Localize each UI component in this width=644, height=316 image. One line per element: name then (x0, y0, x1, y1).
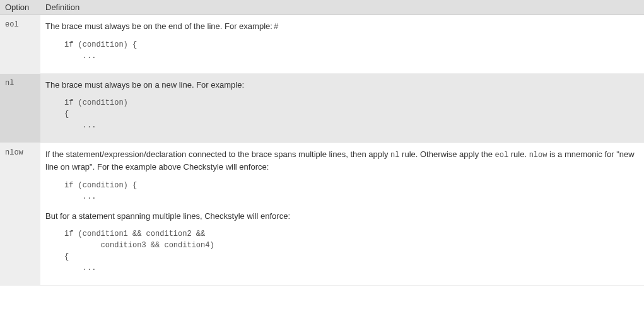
definition-text: The brace must always be on the end of t… (45, 21, 272, 31)
definition-text: If the statement/expression/declaration … (45, 148, 639, 173)
code-example: if (condition) { ... (64, 180, 639, 202)
anchor-link[interactable]: # (274, 21, 278, 31)
code-example: if (condition1 && condition2 && conditio… (64, 228, 639, 274)
inline-code-nl: nl (390, 151, 399, 160)
header-option: Option (0, 0, 40, 15)
inline-code-nlow: nlow (529, 151, 547, 160)
code-example: if (condition) { ... (64, 97, 639, 131)
text-span: If the statement/expression/declaration … (45, 149, 390, 159)
text-span: rule. Otherwise apply the (399, 149, 495, 159)
option-code-nl: nl (0, 73, 40, 143)
definition-text-mid: But for a statement spanning multiple li… (45, 210, 639, 223)
definition-text: The brace must always be on a new line. … (45, 79, 639, 91)
table-row: nlow If the statement/expression/declara… (0, 143, 644, 286)
options-table: Option Definition eol The brace must alw… (0, 0, 644, 286)
table-row: eol The brace must always be on the end … (0, 15, 644, 74)
definition-cell: The brace must always be on the end of t… (40, 15, 644, 74)
inline-code-eol: eol (495, 151, 509, 160)
code-example: if (condition) { ... (64, 39, 639, 62)
table-row: nl The brace must always be on a new lin… (0, 73, 644, 143)
header-definition: Definition (40, 0, 644, 15)
definition-cell: If the statement/expression/declaration … (40, 143, 644, 286)
option-code-eol: eol (0, 15, 40, 74)
definition-cell: The brace must always be on a new line. … (40, 73, 644, 143)
option-code-nlow: nlow (0, 143, 40, 286)
text-span: rule. (508, 149, 529, 159)
